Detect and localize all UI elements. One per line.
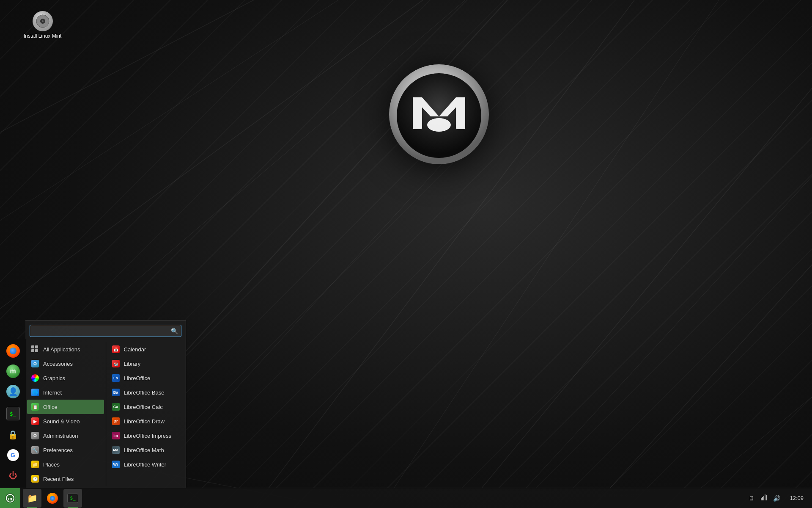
svg-line-2 — [0, 0, 423, 309]
places-icon: 📁 — [30, 460, 40, 469]
menu-recent-files[interactable]: 🕐 Recent Files — [27, 472, 104, 486]
app-libreoffice[interactable]: Lo LibreOffice — [108, 371, 184, 385]
taskbar-tray: 🖥 🔊 12:09 — [743, 492, 812, 504]
graphics-label: Graphics — [43, 375, 65, 381]
app-libreoffice-impress[interactable]: Im LibreOffice Impress — [108, 428, 184, 443]
app-calendar[interactable]: 📅 Calendar — [108, 342, 184, 356]
menu-columns: All Applications ⚙ Accessories Graphics — [25, 340, 186, 488]
svg-rect-34 — [765, 494, 765, 500]
taskbar-firefox-btn[interactable] — [43, 489, 62, 508]
menu-all-applications[interactable]: All Applications — [27, 342, 104, 356]
administration-label: Administration — [43, 433, 78, 439]
library-label: Library — [124, 361, 141, 367]
libreoffice-base-icon: Ba — [111, 388, 121, 397]
taskbar-clock: 12:09 — [785, 495, 809, 501]
start-menu: 🔍 All Applications — [25, 320, 186, 488]
tray-sound-icon[interactable]: 🔊 — [771, 493, 782, 503]
accessories-label: Accessories — [43, 361, 73, 367]
libreoffice-math-icon: Ma — [111, 445, 121, 455]
taskbar-files-btn[interactable]: 📁 — [23, 489, 41, 508]
menu-places[interactable]: 📁 Places — [27, 457, 104, 472]
install-mint-icon-img — [33, 11, 53, 31]
calendar-icon: 📅 — [111, 345, 121, 354]
libreoffice-calc-icon: Ca — [111, 402, 121, 411]
app-libreoffice-math[interactable]: Ma LibreOffice Math — [108, 443, 184, 457]
accessories-icon: ⚙ — [30, 359, 40, 368]
menu-sound-video[interactable]: ▶ Sound & Video — [27, 414, 104, 428]
svg-rect-35 — [766, 495, 767, 500]
app-libreoffice-calc[interactable]: Ca LibreOffice Calc — [108, 400, 184, 414]
calendar-label: Calendar — [124, 346, 146, 353]
tray-display-icon[interactable]: 🖥 — [747, 493, 756, 503]
taskbar-pinned-apps: 📁 $_ — [20, 489, 85, 508]
install-mint-label: Install Linux Mint — [24, 33, 61, 39]
sound-video-label: Sound & Video — [43, 418, 80, 425]
menu-office[interactable]: 📋 Office — [27, 400, 104, 414]
menu-graphics[interactable]: Graphics — [27, 371, 104, 385]
taskbar-terminal-btn[interactable]: $_ — [63, 489, 82, 508]
taskbar-start-button[interactable]: m — [0, 488, 20, 508]
svg-point-20 — [427, 118, 451, 132]
office-icon: 📋 — [30, 402, 40, 411]
menu-accessories[interactable]: ⚙ Accessories — [27, 356, 104, 371]
sidebar-power-btn[interactable]: ⏻ — [3, 466, 23, 485]
svg-line-5 — [127, 0, 592, 508]
mint-logo — [384, 59, 494, 169]
start-menu-sidebar: m 👤 $_ 🔒 G ⏻ — [0, 339, 26, 488]
tray-network-icon[interactable] — [759, 492, 769, 504]
preferences-icon: 🔧 — [30, 445, 40, 455]
app-library[interactable]: 📚 Library — [108, 356, 184, 371]
app-libreoffice-base[interactable]: Ba LibreOffice Base — [108, 385, 184, 400]
install-mint-icon[interactable]: Install Linux Mint — [21, 8, 64, 41]
sidebar-search-btn[interactable]: G — [3, 445, 23, 465]
sound-video-icon: ▶ — [30, 417, 40, 426]
libreoffice-impress-label: LibreOffice Impress — [124, 433, 171, 439]
libreoffice-draw-label: LibreOffice Draw — [124, 418, 165, 425]
app-libreoffice-writer[interactable]: Wr LibreOffice Writer — [108, 457, 184, 472]
recent-files-icon: 🕐 — [30, 474, 40, 483]
svg-point-23 — [42, 20, 44, 22]
search-area: 🔍 — [25, 320, 186, 340]
search-icon[interactable]: 🔍 — [171, 328, 178, 334]
search-input[interactable] — [30, 325, 181, 337]
sidebar-lock-btn[interactable]: 🔒 — [3, 425, 23, 444]
menu-apps: 📅 Calendar 📚 Library Lo LibreOffi — [106, 342, 186, 486]
sidebar-mint-btn[interactable]: m — [3, 362, 23, 381]
libreoffice-base-label: LibreOffice Base — [124, 389, 165, 396]
sidebar-firefox-btn[interactable] — [3, 341, 23, 361]
preferences-label: Preferences — [43, 447, 73, 453]
desktop: Install Linux Mint m 👤 $_ 🔒 G — [0, 0, 812, 508]
svg-rect-25 — [35, 345, 38, 348]
menu-administration[interactable]: ⚙ Administration — [27, 428, 104, 443]
graphics-icon — [30, 373, 40, 383]
search-wrap: 🔍 — [30, 325, 181, 337]
svg-line-9 — [465, 88, 812, 508]
recent-files-label: Recent Files — [43, 476, 74, 482]
places-label: Places — [43, 461, 60, 468]
menu-internet[interactable]: 🌐 Internet — [27, 385, 104, 400]
internet-icon: 🌐 — [30, 388, 40, 397]
app-libreoffice-draw[interactable]: Dr LibreOffice Draw — [108, 414, 184, 428]
libreoffice-icon: Lo — [111, 373, 121, 383]
sidebar-terminal-btn[interactable]: $_ — [3, 404, 23, 423]
internet-label: Internet — [43, 389, 62, 396]
all-apps-icon — [30, 345, 40, 354]
svg-rect-32 — [762, 497, 763, 500]
svg-rect-24 — [31, 345, 34, 348]
svg-point-15 — [397, 73, 481, 158]
svg-rect-31 — [761, 498, 762, 500]
svg-rect-27 — [35, 349, 38, 352]
menu-preferences[interactable]: 🔧 Preferences — [27, 443, 104, 457]
libreoffice-calc-label: LibreOffice Calc — [124, 404, 163, 410]
svg-line-11 — [508, 177, 812, 508]
sidebar-contacts-btn[interactable]: 👤 — [3, 382, 23, 401]
taskbar: m 📁 $_ 🖥 — [0, 488, 812, 508]
libreoffice-draw-icon: Dr — [111, 417, 121, 426]
library-icon: 📚 — [111, 359, 121, 368]
svg-rect-33 — [763, 496, 764, 500]
libreoffice-writer-label: LibreOffice Writer — [124, 461, 167, 468]
svg-text:m: m — [8, 496, 12, 501]
libreoffice-impress-icon: Im — [111, 431, 121, 440]
svg-line-12 — [592, 265, 812, 508]
libreoffice-math-label: LibreOffice Math — [124, 447, 164, 453]
